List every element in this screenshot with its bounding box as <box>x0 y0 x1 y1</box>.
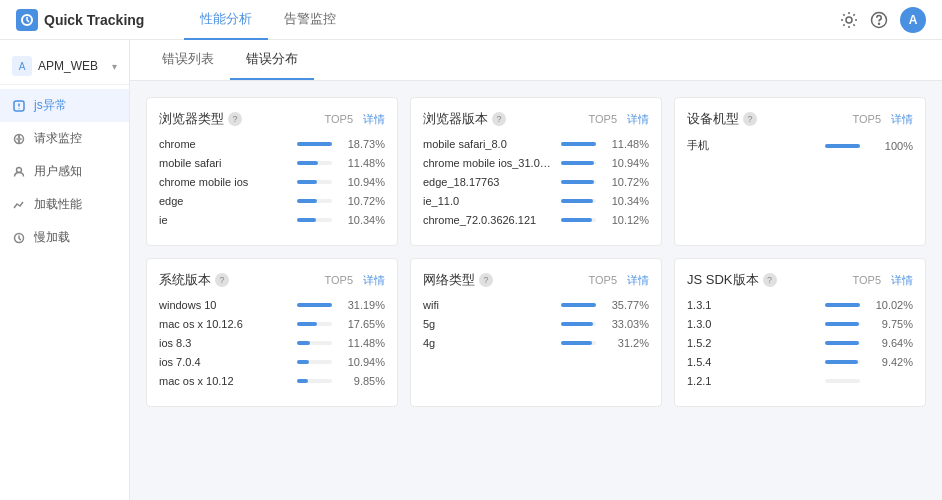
bar-fill <box>297 142 332 146</box>
logo-text: Quick Tracking <box>44 12 144 28</box>
svg-point-1 <box>846 17 852 23</box>
bar-row: 1.5.29.64% <box>687 337 913 349</box>
exception-icon <box>12 99 26 113</box>
bar-value: 35.77% <box>604 299 649 311</box>
sidebar-item-label-slow-load: 慢加载 <box>34 229 70 246</box>
card-link-js-sdk-version[interactable]: 详情 <box>891 273 913 288</box>
card-link-os-version[interactable]: 详情 <box>363 273 385 288</box>
logo-icon <box>16 9 38 31</box>
bar-label: edge <box>159 195 289 207</box>
bar-fill <box>297 322 317 326</box>
header-right: A <box>840 7 926 33</box>
bar-label: ios 7.0.4 <box>159 356 289 368</box>
nav-tab-performance[interactable]: 性能分析 <box>184 0 268 40</box>
card-title-browser-type: 浏览器类型 <box>159 110 224 128</box>
bar-value: 9.64% <box>868 337 913 349</box>
info-icon[interactable]: ? <box>763 273 777 287</box>
bar-value: 10.94% <box>340 176 385 188</box>
slow-icon <box>12 231 26 245</box>
bar-fill <box>825 303 860 307</box>
bar-track <box>561 303 596 307</box>
bar-label: 手机 <box>687 138 817 153</box>
page-tab-error-list[interactable]: 错误列表 <box>146 40 230 80</box>
bar-track <box>825 303 860 307</box>
sidebar-item-label-user-perception: 用户感知 <box>34 163 82 180</box>
bar-fill <box>297 360 309 364</box>
bar-track <box>561 142 596 146</box>
bar-row: 1.5.49.42% <box>687 356 913 368</box>
page-tabs: 错误列表 错误分布 <box>130 40 942 81</box>
bar-fill <box>825 322 859 326</box>
bar-fill <box>561 142 596 146</box>
sidebar-item-slow-load[interactable]: 慢加载 <box>0 221 129 254</box>
card-actions-network-type: TOP5详情 <box>588 273 649 288</box>
card-title-area-os-version: 系统版本? <box>159 271 229 289</box>
bar-track <box>825 360 860 364</box>
bar-label: ie_11.0 <box>423 195 553 207</box>
sidebar-item-load-performance[interactable]: 加载性能 <box>0 188 129 221</box>
card-link-browser-version[interactable]: 详情 <box>627 112 649 127</box>
info-icon[interactable]: ? <box>743 112 757 126</box>
info-icon[interactable]: ? <box>215 273 229 287</box>
bar-value: 10.94% <box>604 157 649 169</box>
info-icon[interactable]: ? <box>228 112 242 126</box>
card-badge-browser-type: TOP5 <box>324 113 353 125</box>
bar-track <box>297 161 332 165</box>
info-icon[interactable]: ? <box>479 273 493 287</box>
page-tab-error-distribution[interactable]: 错误分布 <box>230 40 314 80</box>
card-title-os-version: 系统版本 <box>159 271 211 289</box>
user-icon <box>12 165 26 179</box>
card-link-device-type[interactable]: 详情 <box>891 112 913 127</box>
bar-fill <box>561 322 593 326</box>
bar-fill <box>297 303 332 307</box>
help-icon[interactable] <box>870 11 888 29</box>
bar-row: mobile safari_8.011.48% <box>423 138 649 150</box>
bar-row: chrome_72.0.3626.12110.12% <box>423 214 649 226</box>
sidebar: A APM_WEB ▾ js异常 请求监控 用户感知 <box>0 40 130 500</box>
bar-track <box>825 341 860 345</box>
settings-icon[interactable] <box>840 11 858 29</box>
bar-row: mobile safari11.48% <box>159 157 385 169</box>
bar-value: 9.42% <box>868 356 913 368</box>
bar-fill <box>825 360 858 364</box>
sidebar-item-js-exception[interactable]: js异常 <box>0 89 129 122</box>
bar-value: 10.72% <box>604 176 649 188</box>
card-link-browser-type[interactable]: 详情 <box>363 112 385 127</box>
info-icon[interactable]: ? <box>492 112 506 126</box>
bar-value: 10.12% <box>604 214 649 226</box>
card-actions-browser-version: TOP5详情 <box>588 112 649 127</box>
card-actions-js-sdk-version: TOP5详情 <box>852 273 913 288</box>
bar-label: wifi <box>423 299 553 311</box>
bar-row: 4g31.2% <box>423 337 649 349</box>
card-header-os-version: 系统版本?TOP5详情 <box>159 271 385 289</box>
bar-fill <box>297 199 317 203</box>
request-icon <box>12 132 26 146</box>
bar-fill <box>561 341 592 345</box>
card-link-network-type[interactable]: 详情 <box>627 273 649 288</box>
svg-point-3 <box>879 23 880 24</box>
bar-row: 1.3.09.75% <box>687 318 913 330</box>
sidebar-item-request[interactable]: 请求监控 <box>0 122 129 155</box>
bar-label: 4g <box>423 337 553 349</box>
sidebar-item-user-perception[interactable]: 用户感知 <box>0 155 129 188</box>
bar-fill <box>561 303 596 307</box>
card-header-browser-type: 浏览器类型?TOP5详情 <box>159 110 385 128</box>
bar-track <box>297 218 332 222</box>
sidebar-project[interactable]: A APM_WEB ▾ <box>0 48 129 85</box>
card-os-version: 系统版本?TOP5详情windows 1031.19%mac os x 10.1… <box>146 258 398 407</box>
bar-track <box>825 379 860 383</box>
bar-value: 31.19% <box>340 299 385 311</box>
logo-area: Quick Tracking <box>16 9 144 31</box>
bar-track <box>825 144 860 148</box>
bar-value: 17.65% <box>340 318 385 330</box>
card-actions-device-type: TOP5详情 <box>852 112 913 127</box>
bar-label: 1.3.1 <box>687 299 817 311</box>
nav-tabs: 性能分析 告警监控 <box>184 0 840 40</box>
avatar[interactable]: A <box>900 7 926 33</box>
bar-value: 11.48% <box>340 157 385 169</box>
card-header-device-type: 设备机型?TOP5详情 <box>687 110 913 128</box>
nav-tab-alert[interactable]: 告警监控 <box>268 0 352 40</box>
card-network-type: 网络类型?TOP5详情wifi35.77%5g33.03%4g31.2% <box>410 258 662 407</box>
bar-row: mac os x 10.12.617.65% <box>159 318 385 330</box>
bar-row: mac os x 10.129.85% <box>159 375 385 387</box>
